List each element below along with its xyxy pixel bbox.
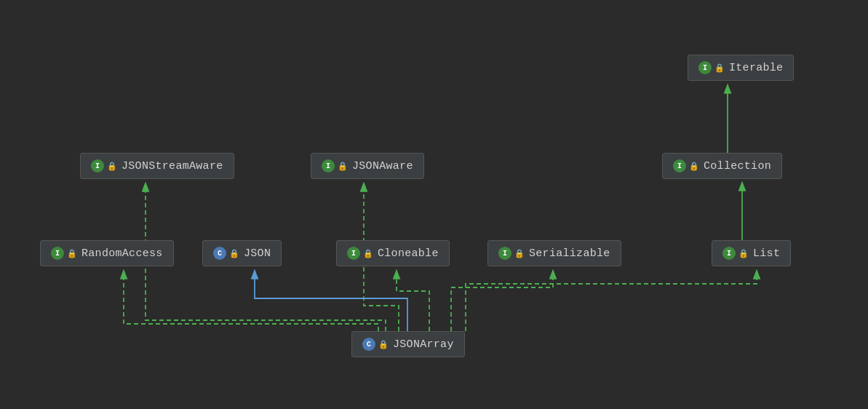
label-list: List bbox=[753, 247, 780, 260]
class-icon-jsonarray: C bbox=[362, 338, 375, 351]
node-jsonaware[interactable]: I 🔒 JSONAware bbox=[311, 153, 424, 179]
node-json[interactable]: C 🔒 JSON bbox=[202, 240, 282, 266]
lock-icon-list: 🔒 bbox=[738, 249, 749, 258]
label-json: JSON bbox=[244, 247, 271, 260]
node-randomaccess[interactable]: I 🔒 RandomAccess bbox=[40, 240, 174, 266]
interface-icon-jsonstreamaware: I bbox=[91, 159, 104, 172]
interface-icon-iterable: I bbox=[698, 61, 712, 74]
interface-icon-randomaccess: I bbox=[51, 247, 64, 260]
lock-icon-serializable: 🔒 bbox=[514, 249, 525, 258]
lock-icon-jsonaware: 🔒 bbox=[338, 162, 348, 171]
interface-icon-collection: I bbox=[673, 159, 686, 172]
interface-icon-list: I bbox=[722, 247, 736, 260]
label-jsonarray: JSONArray bbox=[393, 338, 454, 351]
lock-icon-json: 🔒 bbox=[229, 249, 239, 258]
diagram-container: I 🔒 Iterable I 🔒 JSONStreamAware I 🔒 JSO… bbox=[0, 0, 868, 409]
lock-icon-collection: 🔒 bbox=[689, 162, 699, 171]
label-jsonaware: JSONAware bbox=[352, 160, 413, 172]
lock-icon-jsonstreamaware: 🔒 bbox=[107, 162, 117, 171]
interface-icon-serializable: I bbox=[498, 247, 511, 260]
label-iterable: Iterable bbox=[729, 62, 783, 74]
interface-icon-cloneable: I bbox=[347, 247, 360, 260]
node-jsonstreamaware[interactable]: I 🔒 JSONStreamAware bbox=[80, 153, 234, 179]
label-serializable: Serializable bbox=[529, 247, 610, 260]
class-icon-json: C bbox=[213, 247, 226, 260]
label-collection: Collection bbox=[704, 160, 771, 172]
label-randomaccess: RandomAccess bbox=[81, 247, 163, 260]
label-jsonstreamaware: JSONStreamAware bbox=[122, 160, 223, 172]
node-iterable[interactable]: I 🔒 Iterable bbox=[688, 55, 794, 81]
interface-icon-jsonaware: I bbox=[322, 159, 335, 172]
node-jsonarray[interactable]: C 🔒 JSONArray bbox=[351, 331, 465, 357]
node-cloneable[interactable]: I 🔒 Cloneable bbox=[336, 240, 450, 266]
node-list[interactable]: I 🔒 List bbox=[712, 240, 791, 266]
label-cloneable: Cloneable bbox=[378, 247, 439, 260]
lock-icon-jsonarray: 🔒 bbox=[378, 340, 389, 349]
lock-icon-randomaccess: 🔒 bbox=[67, 249, 77, 258]
lock-icon-iterable: 🔒 bbox=[714, 63, 725, 73]
node-serializable[interactable]: I 🔒 Serializable bbox=[487, 240, 621, 266]
node-collection[interactable]: I 🔒 Collection bbox=[662, 153, 782, 179]
lock-icon-cloneable: 🔒 bbox=[363, 249, 373, 258]
